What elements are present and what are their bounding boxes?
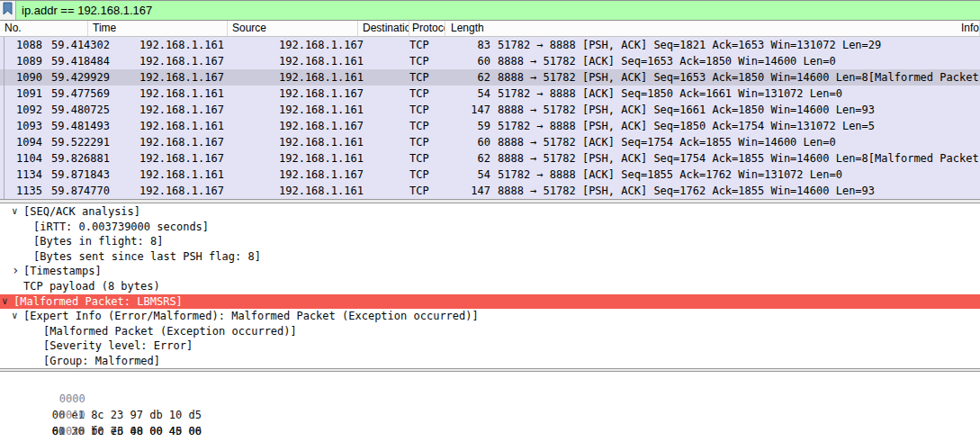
- column-header[interactable]: Time: [88, 21, 228, 36]
- column-header[interactable]: No.: [0, 21, 88, 36]
- packet-source: 192.168.1.167: [135, 183, 274, 199]
- detail-tree-line[interactable]: TCP payload (8 bytes): [0, 279, 980, 294]
- detail-text: [Bytes sent since last PSH flag: 8]: [33, 249, 261, 265]
- packet-length: 62: [456, 150, 492, 167]
- packet-no: 1093: [0, 118, 47, 134]
- packet-no: 1088: [0, 37, 47, 53]
- packet-source: 192.168.1.167: [135, 102, 274, 118]
- packet-protocol: TCP: [405, 102, 456, 118]
- packet-destination: 192.168.1.167: [274, 37, 405, 53]
- display-filter-input[interactable]: ip.addr == 192.168.1.167: [16, 1, 980, 20]
- packet-info: 8888 → 51782 [PSH, ACK] Seq=1653 Ack=185…: [492, 69, 980, 86]
- detail-tree-line[interactable]: [Bytes sent since last PSH flag: 8]: [0, 249, 980, 265]
- packet-source: 192.168.1.167: [135, 150, 274, 167]
- detail-tree-line[interactable]: [Timestamps]: [0, 264, 980, 279]
- packet-list: 1088 59.414302 192.168.1.161 192.168.1.1…: [0, 37, 980, 199]
- packet-time: 59.871843: [47, 167, 135, 183]
- detail-tree-line[interactable]: [Group: Malformed]: [0, 354, 980, 368]
- packet-info: 8888 → 51782 [ACK] Seq=1653 Ack=1850 Win…: [492, 53, 980, 69]
- display-filter-bar: ip.addr == 192.168.1.167: [0, 1, 980, 21]
- packet-source: 192.168.1.167: [135, 69, 274, 86]
- packet-no: 1134: [0, 167, 47, 183]
- expander-icon[interactable]: [12, 204, 23, 220]
- detail-text: [iRTT: 0.003739000 seconds]: [33, 220, 209, 235]
- packet-time: 59.826881: [47, 150, 135, 167]
- detail-tree-line[interactable]: [iRTT: 0.003739000 seconds]: [0, 220, 980, 235]
- detail-text: [Malformed Packet (Exception occurred)]: [43, 324, 297, 339]
- packet-destination: 192.168.1.167: [274, 86, 405, 102]
- packet-info: 8888 → 51782 [ACK] Seq=1754 Ack=1855 Win…: [492, 134, 980, 150]
- packet-row[interactable]: 1094 59.522291 192.168.1.167 192.168.1.1…: [0, 134, 980, 150]
- packet-row[interactable]: 1104 59.826881 192.168.1.167 192.168.1.1…: [0, 150, 980, 167]
- detail-tree-line[interactable]: [Bytes in flight: 8]: [0, 234, 980, 249]
- column-header[interactable]: Protocol: [409, 21, 445, 36]
- packet-time: 59.874770: [47, 183, 135, 199]
- packet-destination: 192.168.1.167: [274, 118, 405, 134]
- expander-icon[interactable]: [12, 309, 23, 324]
- packet-info: 8888 → 51782 [PSH, ACK] Seq=1754 Ack=185…: [492, 150, 980, 167]
- packet-time: 59.481493: [47, 118, 135, 134]
- packet-no: 1094: [0, 134, 47, 150]
- packet-row[interactable]: 1093 59.481493 192.168.1.161 192.168.1.1…: [0, 118, 980, 134]
- packet-info: 51782 → 8888 [ACK] Seq=1850 Ack=1661 Win…: [492, 86, 980, 102]
- packet-no: 1090: [0, 69, 47, 86]
- packet-protocol: TCP: [405, 118, 456, 134]
- detail-text: [Expert Info (Error/Malformed): Malforme…: [23, 309, 479, 324]
- wireshark-window: ip.addr == 192.168.1.167 No. Time Source…: [0, 0, 980, 442]
- packet-length: 54: [456, 86, 492, 102]
- packet-info: 8888 → 51782 [PSH, ACK] Seq=1661 Ack=185…: [492, 102, 980, 118]
- packet-destination: 192.168.1.161: [274, 150, 405, 167]
- filter-bookmark-button[interactable]: [0, 1, 16, 20]
- packet-no: 1104: [0, 150, 47, 167]
- packet-time: 59.414302: [47, 37, 135, 53]
- detail-text: TCP payload (8 bytes): [23, 279, 160, 294]
- packet-row[interactable]: 1089 59.418484 192.168.1.167 192.168.1.1…: [0, 53, 980, 69]
- detail-text: [Severity level: Error]: [43, 338, 193, 354]
- packet-row[interactable]: 1090 59.429929 192.168.1.167 192.168.1.1…: [0, 69, 980, 86]
- packet-info: 51782 → 8888 [ACK] Seq=1855 Ack=1762 Win…: [492, 167, 980, 183]
- packet-length: 83: [456, 37, 492, 53]
- column-header[interactable]: Length: [445, 21, 957, 36]
- expander-icon[interactable]: [12, 263, 23, 280]
- packet-time: 59.418484: [47, 53, 135, 69]
- packet-row[interactable]: 1088 59.414302 192.168.1.161 192.168.1.1…: [0, 37, 980, 53]
- packet-length: 60: [456, 134, 492, 150]
- detail-tree-line[interactable]: [Expert Info (Error/Malformed): Malforme…: [0, 309, 980, 324]
- expander-icon[interactable]: [2, 294, 13, 310]
- column-header[interactable]: Source: [228, 21, 358, 36]
- column-header[interactable]: Destination: [358, 21, 409, 36]
- packet-length: 147: [456, 183, 492, 199]
- packet-no: 1091: [0, 86, 47, 102]
- packet-time: 59.522291: [47, 134, 135, 150]
- packet-source: 192.168.1.167: [135, 53, 274, 69]
- packet-row[interactable]: 1134 59.871843 192.168.1.161 192.168.1.1…: [0, 167, 980, 183]
- packet-length: 54: [456, 167, 492, 183]
- packet-destination: 192.168.1.161: [274, 183, 405, 199]
- detail-tree-line[interactable]: [Malformed Packet (Exception occurred)]: [0, 324, 980, 339]
- packet-length: 62: [456, 69, 492, 86]
- packet-protocol: TCP: [405, 86, 456, 102]
- packet-source: 192.168.1.167: [135, 134, 274, 150]
- detail-tree-line[interactable]: [SEQ/ACK analysis]: [0, 204, 980, 220]
- detail-text: [Malformed Packet: LBMSRS]: [13, 294, 183, 310]
- packet-time: 59.480725: [47, 102, 135, 118]
- packet-length: 147: [456, 102, 492, 118]
- detail-text: [Group: Malformed]: [43, 354, 160, 368]
- packet-row[interactable]: 1092 59.480725 192.168.1.167 192.168.1.1…: [0, 102, 980, 118]
- packet-protocol: TCP: [405, 37, 456, 53]
- hex-row[interactable]: 0010 00 30 bc 73 40 00 40 06 f9 bb c0 a8…: [0, 391, 980, 407]
- detail-text: [Bytes in flight: 8]: [33, 234, 164, 249]
- packet-source: 192.168.1.161: [135, 118, 274, 134]
- packet-protocol: TCP: [405, 167, 456, 183]
- packet-length: 60: [456, 53, 492, 69]
- packet-info: 8888 → 51782 [PSH, ACK] Seq=1762 Ack=185…: [492, 183, 980, 199]
- packet-no: 1135: [0, 183, 47, 199]
- column-header[interactable]: Info: [957, 21, 980, 36]
- packet-row[interactable]: 1091 59.477569 192.168.1.161 192.168.1.1…: [0, 86, 980, 102]
- packet-row[interactable]: 1135 59.874770 192.168.1.167 192.168.1.1…: [0, 183, 980, 199]
- packet-time: 59.429929: [47, 69, 135, 86]
- detail-tree-line[interactable]: [Severity level: Error]: [0, 338, 980, 354]
- hex-row[interactable]: 0000 00 e1 8c 23 97 db 10 d5 61 26 f0 e6…: [0, 374, 980, 391]
- packet-destination: 192.168.1.167: [274, 167, 405, 183]
- detail-tree-line[interactable]: [Malformed Packet: LBMSRS]: [0, 294, 980, 310]
